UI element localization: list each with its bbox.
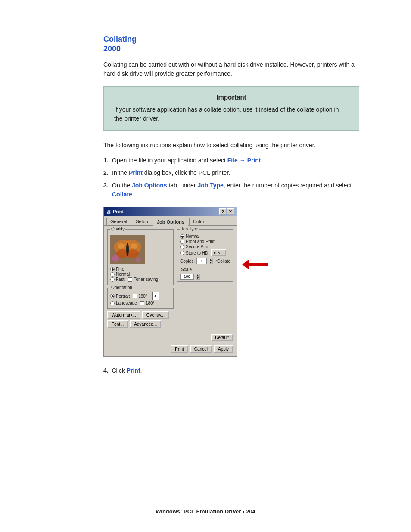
quality-fine-radio[interactable] — [110, 267, 115, 271]
dialog-titlebar: 🖨 Print ? ✕ — [104, 207, 237, 216]
copies-spinner: ▲ ▼ — [209, 258, 213, 264]
default-button[interactable]: Default — [211, 334, 233, 341]
scale-up-arrow[interactable]: ▲ — [196, 274, 200, 277]
cancel-button[interactable]: Cancel — [190, 345, 212, 353]
landscape-row: Landscape 180° — [110, 301, 171, 305]
toner-saving-checkbox[interactable] — [128, 277, 132, 282]
watermark-button[interactable]: Watermark... — [107, 311, 140, 319]
quality-normal-label: Normal — [116, 272, 130, 277]
step-3: 3. On the Job Options tab, under Job Typ… — [103, 181, 359, 199]
tab-setup[interactable]: Setup — [132, 218, 152, 225]
scale-label: Scale — [180, 267, 193, 272]
dialog-left-panel: Quality — [107, 229, 174, 330]
step-4: 4. Click Print. — [103, 366, 359, 375]
copies-input[interactable] — [196, 258, 207, 264]
print-link-step4: Print — [127, 367, 140, 374]
bottom-buttons-row: Print Cancel Apply — [104, 345, 237, 356]
important-box: Important If your software application h… — [103, 86, 359, 131]
copies-label: Copies: — [180, 259, 195, 264]
footer-text: Windows: PCL Emulation Driver • 204 — [156, 508, 255, 515]
landscape-label: Landscape — [116, 301, 137, 305]
tab-general[interactable]: General — [106, 218, 131, 225]
dialog-icon: 🖨 — [106, 209, 111, 214]
scale-input[interactable] — [180, 274, 194, 280]
quality-fine-label: Fine — [116, 267, 124, 271]
apply-button[interactable]: Apply — [214, 345, 233, 353]
secure-print-row: Secure Print — [180, 244, 230, 249]
quality-normal-row: Normal — [110, 272, 171, 277]
font-button[interactable]: Font... — [107, 320, 128, 328]
quality-group: Quality — [107, 229, 174, 285]
toner-saving-label: Toner saving — [134, 277, 158, 282]
file-print-link: File → Print — [227, 157, 261, 164]
important-title: Important — [114, 93, 349, 101]
copies-row: Copies: ▲ ▼ Collate — [180, 258, 230, 264]
landscape-180-label: 180° — [146, 301, 155, 305]
quality-fast-radio[interactable] — [110, 277, 115, 282]
butterfly-image — [110, 235, 145, 264]
tab-color[interactable]: Color — [189, 218, 208, 225]
copies-down-arrow[interactable]: ▼ — [209, 261, 213, 264]
portrait-row: Portrait 180° A — [110, 292, 171, 300]
collate-link: Collate — [112, 191, 132, 198]
help-button[interactable]: ? — [219, 208, 226, 215]
copies-up-arrow[interactable]: ▲ — [209, 258, 213, 261]
job-type-link: Job Type — [197, 182, 223, 189]
svg-point-6 — [118, 243, 125, 249]
job-type-label: Job Type — [180, 227, 199, 231]
scale-down-arrow[interactable]: ▼ — [196, 277, 200, 280]
pin-button[interactable]: PIN... — [211, 249, 226, 256]
print-button[interactable]: Print — [171, 345, 188, 353]
job-type-group: Job Type Normal Proof and Print Secure P… — [177, 229, 233, 267]
store-hd-label: Store to HD — [186, 251, 208, 255]
svg-point-8 — [112, 255, 119, 262]
dialog-tabs: General Setup Job Options Color — [104, 216, 237, 226]
step-2: 2. In the Print dialog box, click the PC… — [103, 168, 359, 177]
landscape-radio[interactable] — [110, 301, 115, 305]
secure-print-radio[interactable] — [180, 245, 184, 249]
page: Collating 2000 Collating can be carried … — [0, 0, 411, 532]
collate-checkbox[interactable] — [215, 259, 215, 263]
title-collating: Collating — [103, 34, 359, 44]
normal-job-label: Normal — [186, 234, 199, 239]
proof-print-radio[interactable] — [180, 240, 184, 244]
quality-normal-radio[interactable] — [110, 272, 115, 277]
quality-fine-row: Fine — [110, 267, 171, 271]
normal-job-radio[interactable] — [180, 234, 184, 239]
secure-print-label: Secure Print — [186, 244, 209, 249]
normal-job-row: Normal — [180, 234, 230, 239]
orientation-label: Orientation — [110, 285, 133, 290]
portrait-radio[interactable] — [110, 294, 115, 298]
tab-job-options[interactable]: Job Options — [153, 218, 188, 226]
section-title: Collating 2000 — [103, 34, 359, 53]
store-hd-radio[interactable] — [180, 251, 184, 255]
overlay-button[interactable]: Overlay... — [142, 311, 169, 319]
scale-group: Scale ▲ ▼ — [177, 270, 233, 282]
svg-marker-10 — [242, 259, 268, 270]
important-text: If your software application has a colla… — [114, 105, 349, 123]
steps-list: 1. Open the file in your application and… — [103, 156, 359, 199]
title-year: 2000 — [103, 44, 359, 53]
default-button-row: Default — [104, 333, 237, 343]
instructions-text: The following instructions explain how t… — [103, 141, 359, 150]
close-button[interactable]: ✕ — [227, 208, 234, 215]
dialog-body: Quality — [104, 226, 237, 333]
print-link: Print — [129, 169, 143, 176]
store-hd-row: Store to HD PIN... — [180, 249, 230, 256]
landscape-180-checkbox[interactable] — [140, 301, 144, 305]
print-dialog: 🖨 Print ? ✕ General Setup Job Options Co… — [103, 207, 237, 357]
advanced-button[interactable]: Advanced... — [130, 320, 161, 328]
portrait-180-label: 180° — [138, 294, 147, 299]
dialog-title: Print — [113, 209, 124, 214]
font-advanced-row: Font... Advanced... — [107, 320, 174, 328]
footer: Windows: PCL Emulation Driver • 204 — [17, 504, 394, 515]
job-options-link: Job Options — [132, 182, 167, 189]
dialog-right-panel: Job Type Normal Proof and Print Secure P… — [177, 229, 233, 330]
portrait-page-icon: A — [152, 292, 159, 300]
step-1: 1. Open the file in your application and… — [103, 156, 359, 165]
portrait-180-checkbox[interactable] — [133, 294, 137, 298]
svg-point-5 — [126, 243, 129, 256]
orientation-group: Orientation Portrait 180° A — [107, 288, 174, 309]
intro-paragraph: Collating can be carried out with or wit… — [103, 60, 359, 78]
proof-print-row: Proof and Print — [180, 239, 230, 244]
